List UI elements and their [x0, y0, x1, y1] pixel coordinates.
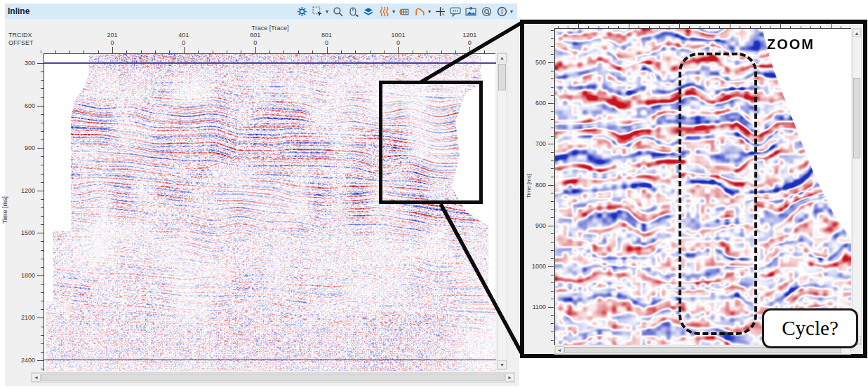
zoom-time-tick — [551, 152, 554, 153]
zoom-time-tick-label: 800 — [528, 182, 546, 189]
offset-tick-label: 0 — [182, 39, 185, 46]
trace-tick-label: 1201 — [462, 32, 476, 39]
zoom-time-tick — [551, 136, 554, 137]
zoom-time-tick — [551, 217, 554, 218]
layers-icon[interactable] — [363, 6, 375, 18]
zoom-trace-axis-ticks — [0, 23, 868, 28]
zoom-time-tick — [548, 103, 554, 104]
wiggle-trace-icon[interactable] — [378, 6, 390, 18]
select-region-icon[interactable] — [312, 6, 323, 18]
comment-icon[interactable] — [450, 6, 462, 18]
cycle-annotation-text: Cycle? — [782, 317, 839, 340]
horizontal-scroll-thumb[interactable] — [41, 374, 505, 381]
offset-tick-label: 0 — [396, 39, 400, 46]
application: Inline ▾▾▾▾ Trace [Trace] TRCIDX OFFSET … — [0, 0, 868, 389]
zoom-time-tick — [551, 54, 554, 55]
zoom-time-tick — [551, 193, 554, 193]
scroll-right-arrow[interactable]: ► — [505, 373, 514, 382]
zoom-time-tick — [551, 332, 554, 332]
trace-tick-label: 801 — [321, 32, 332, 39]
trcidx-row-label: TRCIDX — [8, 32, 32, 39]
vertical-scroll-thumb[interactable] — [498, 64, 506, 90]
time-tick — [37, 360, 44, 361]
zoom-time-tick — [551, 79, 554, 79]
polygon-tool-icon[interactable] — [414, 6, 426, 18]
zoom-vertical-scrollbar[interactable]: ▲ ▼ — [852, 28, 862, 345]
zoom-trace-tick — [730, 23, 730, 28]
trace-tick-label: 601 — [250, 32, 260, 39]
zoom-time-tick — [551, 119, 554, 120]
offset-tick-label: 0 — [325, 39, 328, 46]
zoom-time-tick — [551, 282, 554, 283]
zoom-label: ZOOM — [767, 36, 815, 53]
zoom-time-tick-label: 1000 — [528, 263, 546, 270]
offset-tick-label: 0 — [110, 39, 114, 46]
zoom-time-tick — [551, 38, 554, 39]
scroll-up-arrow[interactable]: ▲ — [498, 53, 507, 62]
time-tick-label: 2400 — [15, 357, 35, 364]
offset-row-label: OFFSET — [8, 39, 34, 46]
crosshair-icon[interactable] — [434, 6, 446, 18]
time-tick-label: 1200 — [15, 187, 35, 194]
main-horizontal-scrollbar[interactable]: ◄ ► — [31, 372, 515, 383]
zoom-scroll-left-arrow[interactable]: ◄ — [555, 346, 563, 354]
zoom-trace-tick — [578, 23, 579, 28]
horizon-line-2400ms — [44, 360, 496, 360]
offset-tick-label: 0 — [468, 39, 472, 46]
time-tick-label: 2100 — [15, 314, 35, 321]
trace-tick — [255, 47, 256, 53]
horizon-line-300ms — [44, 62, 496, 64]
wiggle-trace-icon-dropdown[interactable]: ▾ — [392, 8, 395, 15]
time-tick — [37, 318, 44, 318]
zoom-time-tick-label: 1100 — [528, 303, 546, 310]
zoom-trace-tick — [831, 23, 832, 28]
trace-tick — [469, 47, 470, 53]
time-tick-label: 900 — [15, 144, 35, 151]
zoom-time-tick — [551, 315, 554, 316]
cycle-annotation-box: Cycle? — [762, 308, 858, 348]
mouse-pointer-icon[interactable] — [347, 6, 359, 18]
trace-tick-label: 1001 — [391, 32, 405, 39]
zoom-time-tick — [551, 168, 554, 169]
zoom-time-axis-ticks — [547, 0, 554, 389]
scroll-down-arrow[interactable]: ▼ — [498, 360, 507, 369]
pane-title: Inline — [5, 6, 29, 16]
zoom-time-tick — [551, 209, 554, 210]
time-tick-label: 600 — [15, 102, 35, 109]
magnify-region-icon[interactable] — [481, 6, 493, 18]
time-tick — [37, 233, 44, 233]
export-image-icon[interactable] — [465, 6, 477, 18]
polygon-tool-icon-dropdown[interactable]: ▾ — [428, 8, 431, 15]
zoom-time-tick — [548, 144, 554, 144]
zoom-trace-tick — [629, 23, 629, 28]
compass-icon-dropdown[interactable]: ▾ — [510, 8, 513, 15]
time-tick — [37, 148, 44, 149]
select-region-icon-dropdown[interactable]: ▾ — [326, 8, 328, 15]
zoom-time-tick — [548, 185, 554, 186]
zoom-time-tick — [551, 340, 554, 341]
zoom-time-tick — [551, 177, 554, 177]
zoom-time-tick — [551, 250, 554, 251]
zoom-time-tick — [551, 242, 554, 243]
zoom-time-tick — [551, 201, 554, 202]
compass-icon[interactable] — [496, 6, 508, 18]
offset-tick-label: 0 — [253, 39, 257, 46]
zoom-time-tick — [548, 307, 554, 308]
main-vertical-scrollbar[interactable]: ▲ ▼ — [497, 53, 507, 370]
zoom-time-tick — [551, 87, 554, 88]
trace-axis-ticks — [0, 46, 519, 53]
zoom-time-tick-label: 600 — [528, 100, 546, 107]
time-tick-label: 1500 — [15, 229, 35, 236]
settings-gear-icon[interactable] — [296, 6, 308, 18]
scroll-left-arrow[interactable]: ◄ — [32, 373, 41, 382]
zoom-vertical-scroll-thumb[interactable] — [853, 78, 860, 158]
time-tick — [37, 63, 44, 64]
zoom-time-tick-label: 900 — [528, 222, 546, 229]
zoom-scroll-up-arrow[interactable]: ▲ — [853, 29, 861, 37]
zoom-time-tick-label: 700 — [528, 140, 546, 147]
zoom-magnifier-icon[interactable] — [332, 6, 344, 18]
zoom-time-tick — [551, 233, 554, 234]
grid-table-icon[interactable] — [399, 6, 410, 18]
pane-titlebar: Inline ▾▾▾▾ — [5, 4, 517, 19]
zoom-time-tick — [551, 258, 554, 259]
